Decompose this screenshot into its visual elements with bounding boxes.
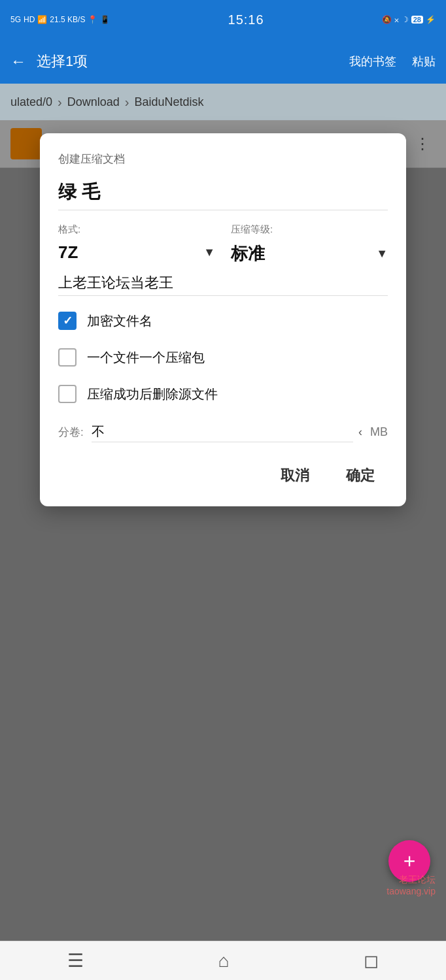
- one-file-per-archive-row: 一个文件一个压缩包: [58, 348, 388, 367]
- password-input[interactable]: 上老王论坛当老王: [58, 273, 388, 293]
- home-icon[interactable]: ⌂: [218, 951, 230, 972]
- page-title: 选择1项: [37, 52, 349, 71]
- lightning-icon: ⚡: [426, 15, 436, 24]
- hd-badge: HD: [24, 15, 35, 24]
- split-decrement-button[interactable]: ‹: [358, 425, 362, 439]
- wifi-icon: 📶: [37, 15, 47, 24]
- delete-source-row: 压缩成功后删除源文件: [58, 385, 388, 403]
- file-list: ⋮ 创建压缩文档 绿 毛 格式: 7Z ▼ 压缩等级:: [0, 120, 446, 941]
- compress-label: 压缩等级:: [231, 223, 388, 236]
- breadcrumb-part2[interactable]: Download: [67, 95, 120, 109]
- extra-icon: 📍: [88, 15, 97, 24]
- fab-plus-icon: +: [403, 849, 416, 874]
- breadcrumb: ulated/0 › Download › BaiduNetdisk: [0, 84, 446, 120]
- menu-icon[interactable]: ☰: [67, 950, 84, 972]
- signal-icon: 5G: [10, 15, 21, 24]
- format-dropdown-arrow: ▼: [203, 246, 215, 259]
- encrypt-filename-row: 加密文件名: [58, 312, 388, 330]
- breadcrumb-separator2: ›: [125, 95, 129, 110]
- confirm-button[interactable]: 确定: [333, 461, 388, 491]
- format-label: 格式:: [58, 223, 215, 236]
- split-label: 分卷:: [58, 425, 84, 440]
- status-time: 15:16: [228, 12, 264, 27]
- password-divider: [58, 295, 388, 296]
- bookmarks-button[interactable]: 我的书签: [349, 54, 396, 69]
- bluetooth-icon: ⨉: [394, 15, 399, 24]
- dialog-title: 创建压缩文档: [58, 152, 388, 167]
- breadcrumb-separator1: ›: [58, 95, 62, 110]
- one-file-per-archive-label: 一个文件一个压缩包: [87, 349, 205, 367]
- bottom-navigation: ☰ ⌂ ◻: [0, 941, 446, 980]
- compress-group: 压缩等级: 标准 ▼: [231, 223, 388, 268]
- dialog-overlay: 创建压缩文档 绿 毛 格式: 7Z ▼ 压缩等级: 标准 ▼: [0, 120, 446, 941]
- breadcrumb-part3[interactable]: BaiduNetdisk: [134, 95, 203, 109]
- fab-add-button[interactable]: +: [388, 840, 430, 882]
- paste-button[interactable]: 粘贴: [412, 54, 436, 69]
- one-file-per-archive-checkbox[interactable]: [58, 348, 77, 367]
- compress-dropdown-arrow: ▼: [376, 247, 388, 261]
- encrypt-filename-label: 加密文件名: [87, 312, 152, 330]
- battery-badge: 28: [411, 16, 423, 24]
- status-right: 🔕 ⨉ ☽ 28 ⚡: [382, 15, 436, 24]
- recent-apps-icon[interactable]: ◻: [364, 950, 379, 972]
- compress-select[interactable]: 标准 ▼: [231, 240, 388, 268]
- delete-source-checkbox[interactable]: [58, 385, 77, 403]
- moon-icon: ☽: [402, 15, 409, 24]
- create-archive-dialog: 创建压缩文档 绿 毛 格式: 7Z ▼ 压缩等级: 标准 ▼: [40, 133, 406, 506]
- format-value: 7Z: [58, 242, 78, 263]
- breadcrumb-part1[interactable]: ulated/0: [10, 95, 52, 109]
- android-icon: 📱: [100, 15, 110, 24]
- archive-filename-input[interactable]: 绿 毛: [58, 180, 388, 207]
- speed-indicator: 21.5 KB/S: [50, 15, 85, 24]
- format-compress-row: 格式: 7Z ▼ 压缩等级: 标准 ▼: [58, 223, 388, 268]
- app-bar: ← 选择1项 我的书签 粘贴: [0, 39, 446, 84]
- cancel-button[interactable]: 取消: [267, 461, 322, 491]
- split-input[interactable]: [92, 421, 353, 442]
- compress-value: 标准: [231, 242, 265, 265]
- filename-divider: [58, 210, 388, 210]
- delete-source-label: 压缩成功后删除源文件: [87, 385, 218, 403]
- split-unit: MB: [370, 425, 388, 439]
- app-bar-actions: 我的书签 粘贴: [349, 54, 436, 69]
- back-button[interactable]: ←: [10, 52, 26, 71]
- format-group: 格式: 7Z ▼: [58, 223, 215, 265]
- status-bar: 5G HD 📶 21.5 KB/S 📍 📱 15:16 🔕 ⨉ ☽ 28 ⚡: [0, 0, 446, 39]
- encrypt-filename-checkbox[interactable]: [58, 312, 77, 330]
- format-select[interactable]: 7Z ▼: [58, 240, 215, 265]
- bell-icon: 🔕: [382, 15, 392, 24]
- dialog-buttons: 取消 确定: [58, 461, 388, 491]
- split-volume-row: 分卷: ‹ MB: [58, 421, 388, 442]
- status-left: 5G HD 📶 21.5 KB/S 📍 📱: [10, 15, 110, 24]
